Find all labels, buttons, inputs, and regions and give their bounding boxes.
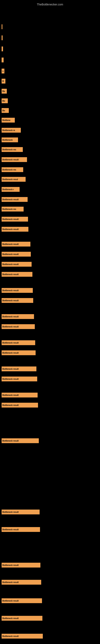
bar-label-15: Bottleneck resul	[2, 178, 18, 180]
bar-label-7: Bo	[2, 100, 5, 102]
bar-label-9: Bottlene	[2, 119, 10, 121]
bar-label-5: B	[2, 80, 4, 82]
bar-label-11: Bottleneck	[2, 139, 13, 141]
bar-label-22: Bottleneck result	[2, 253, 19, 256]
bar-label-8: Bo	[2, 110, 5, 112]
bar-label-41: Bottleneck result	[2, 617, 19, 620]
bar-item-19: Bottleneck result	[1, 216, 28, 222]
bar-item-29: Bottleneck result	[1, 340, 35, 345]
bar-item-10: Bottleneck re	[1, 128, 21, 133]
bar-label-21: Bottleneck result	[2, 243, 19, 245]
bar-item-38: Bottleneck result	[1, 562, 40, 568]
site-title: TheBottlenecker.com	[0, 1, 100, 7]
bar-label-36: Bottleneck result	[2, 511, 19, 513]
bar-item-1	[1, 35, 2, 40]
bar-item-13: Bottleneck result	[1, 157, 27, 162]
bar-item-32: Bottleneck result	[1, 376, 37, 382]
bar-item-16: Bottleneck r	[1, 187, 20, 192]
bar-item-26: Bottleneck result	[1, 298, 33, 303]
bar-label-13: Bottleneck result	[2, 158, 19, 161]
bar-item-17: Bottleneck result	[1, 197, 28, 202]
bar-label-37: Bottleneck result	[2, 528, 19, 531]
bar-item-23: Bottleneck result	[1, 262, 32, 267]
bar-label-18: Bottleneck res	[2, 208, 16, 210]
bar-label-6: Bo	[2, 90, 5, 92]
bar-label-38: Bottleneck result	[2, 564, 19, 566]
bar-label-31: Bottleneck result	[2, 368, 19, 370]
bar-item-28: Bottleneck result	[1, 324, 35, 329]
bar-item-30: Bottleneck result	[1, 350, 36, 356]
bar-item-18: Bottleneck res	[1, 206, 24, 212]
bar-label-19: Bottleneck result	[2, 218, 19, 220]
bar-item-7: Bo	[1, 98, 8, 104]
bar-item-15: Bottleneck resul	[1, 177, 26, 182]
bar-item-41: Bottleneck result	[1, 616, 42, 621]
bar-item-12: Bottleneck res	[1, 147, 23, 152]
bar-label-25: Bottleneck result	[2, 290, 19, 292]
bar-item-36: Bottleneck result	[1, 509, 40, 514]
bar-item-4: s	[1, 68, 4, 74]
bar-label-4: s	[2, 70, 3, 72]
bar-label-35: Bottleneck result	[2, 440, 19, 442]
bar-label-14: Bottleneck res	[2, 169, 16, 171]
bar-label-17: Bottleneck result	[2, 198, 19, 201]
bar-label-16: Bottleneck r	[2, 188, 14, 190]
bar-label-10: Bottleneck re	[2, 129, 15, 132]
bar-label-39: Bottleneck result	[2, 581, 19, 584]
bar-item-0	[1, 24, 2, 30]
bar-item-3	[1, 57, 3, 62]
bar-item-22: Bottleneck result	[1, 252, 31, 257]
bar-label-33: Bottleneck result	[2, 394, 19, 396]
bar-label-20: Bottleneck result	[2, 228, 19, 230]
bar-label-30: Bottleneck result	[2, 352, 19, 354]
bar-item-6: Bo	[1, 88, 7, 94]
bar-label-34: Bottleneck result	[2, 404, 19, 406]
bar-label-12: Bottleneck res	[2, 148, 16, 151]
bar-item-11: Bottleneck	[1, 137, 18, 142]
bar-item-34: Bottleneck result	[1, 402, 38, 408]
bar-item-14: Bottleneck res	[1, 167, 23, 172]
bar-item-27: Bottleneck result	[1, 314, 34, 319]
bar-label-23: Bottleneck result	[2, 263, 19, 266]
bar-item-25: Bottleneck result	[1, 288, 33, 293]
bar-item-9: Bottlene	[1, 118, 15, 123]
bar-item-39: Bottleneck result	[1, 580, 41, 585]
bar-item-8: Bo	[1, 108, 9, 113]
bar-item-35: Bottleneck result	[1, 438, 39, 443]
bar-item-20: Bottleneck result	[1, 226, 28, 232]
bar-item-21: Bottleneck result	[1, 242, 30, 247]
bar-label-32: Bottleneck result	[2, 378, 19, 380]
bar-item-2	[1, 46, 3, 52]
bar-label-42: Bottleneck result	[2, 635, 19, 637]
bar-item-31: Bottleneck result	[1, 366, 36, 372]
bar-item-42: Bottleneck result	[1, 634, 43, 639]
bar-label-26: Bottleneck result	[2, 300, 19, 302]
bar-label-27: Bottleneck result	[2, 316, 19, 318]
bar-item-37: Bottleneck result	[1, 527, 40, 532]
bar-label-40: Bottleneck result	[2, 600, 19, 602]
bar-item-40: Bottleneck result	[1, 598, 42, 603]
bar-label-28: Bottleneck result	[2, 326, 19, 328]
bar-label-29: Bottleneck result	[2, 342, 19, 344]
bar-label-24: Bottleneck result	[2, 273, 19, 276]
bar-item-5: B	[1, 78, 5, 84]
bar-item-24: Bottleneck result	[1, 272, 32, 277]
bar-item-33: Bottleneck result	[1, 392, 38, 398]
